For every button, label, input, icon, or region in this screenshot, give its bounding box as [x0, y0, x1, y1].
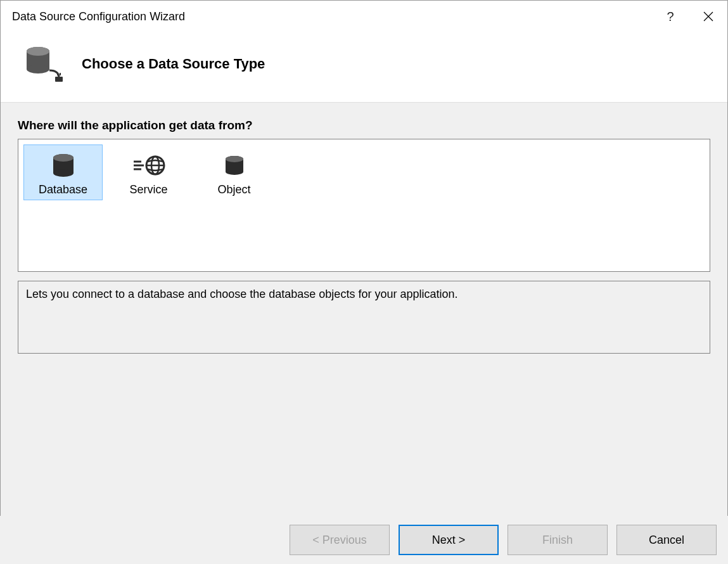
finish-button[interactable]: Finish	[508, 525, 608, 555]
service-icon	[132, 151, 165, 179]
svg-point-12	[53, 154, 73, 162]
option-database[interactable]: Database	[23, 144, 103, 200]
database-plug-icon	[20, 45, 70, 83]
svg-rect-6	[55, 77, 63, 82]
description-text: Lets you connect to a database and choos…	[26, 288, 457, 300]
next-button[interactable]: Next >	[399, 525, 499, 555]
wizard-content: Where will the application get data from…	[1, 102, 727, 556]
option-label: Object	[217, 183, 250, 196]
svg-point-22	[226, 156, 243, 162]
database-icon	[51, 151, 76, 179]
wizard-header: Choose a Data Source Type	[1, 32, 727, 102]
option-object[interactable]: Object	[195, 144, 274, 200]
svg-point-21	[226, 169, 243, 175]
prompt-text: Where will the application get data from…	[18, 119, 710, 132]
description-panel: Lets you connect to a database and choos…	[18, 281, 710, 354]
data-source-options: Database Service	[18, 139, 710, 272]
object-icon	[223, 151, 246, 179]
svg-point-11	[53, 169, 73, 177]
help-button[interactable]: ?	[651, 1, 689, 32]
option-service[interactable]: Service	[109, 144, 188, 200]
window-title: Data Source Configuration Wizard	[12, 10, 651, 23]
option-label: Service	[129, 183, 167, 196]
close-button[interactable]	[689, 1, 727, 32]
help-icon: ?	[667, 10, 674, 24]
previous-button[interactable]: < Previous	[290, 525, 390, 555]
svg-point-5	[27, 47, 49, 56]
cancel-button[interactable]: Cancel	[616, 525, 717, 555]
wizard-footer: < Previous Next > Finish Cancel	[0, 516, 728, 564]
option-label: Database	[39, 183, 87, 196]
wizard-step-title: Choose a Data Source Type	[82, 56, 265, 72]
close-icon	[703, 11, 713, 22]
titlebar: Data Source Configuration Wizard ?	[1, 1, 727, 32]
svg-point-4	[27, 65, 49, 74]
